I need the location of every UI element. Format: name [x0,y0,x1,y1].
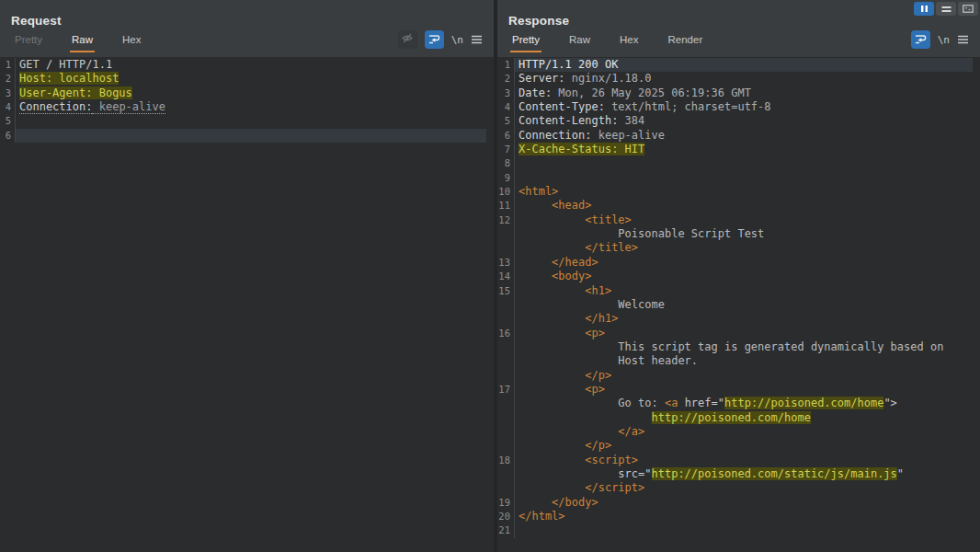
line-number: 2 [497,72,515,86]
response-tab-row: PrettyRawHexRender \n [497,30,980,52]
line-number [497,354,515,368]
line-number: 17 [497,383,515,397]
request-editor[interactable]: 1GET / HTTP/1.12Host: localhost3User-Age… [0,57,494,552]
code-text [515,171,973,185]
newline-indicator[interactable]: \n [938,34,950,46]
tab-hex[interactable]: Hex [120,34,142,52]
code-text: Poisonable Script Test [515,227,973,241]
code-line[interactable]: Host header. [497,354,973,368]
code-line[interactable]: 11 <head> [497,199,973,213]
response-title: Response [497,0,980,28]
code-line[interactable]: 13 </head> [497,256,973,270]
code-text: </p> [515,439,973,453]
code-line[interactable]: Welcome [497,298,973,312]
code-text: src="http://poisoned.com/static/js/main.… [515,467,973,481]
line-number: 10 [497,185,515,199]
pause-button[interactable] [914,2,934,16]
code-line[interactable]: This script tag is generated dynamically… [497,340,973,354]
request-header: Request PrettyRawHex [0,0,494,57]
tab-render[interactable]: Render [667,34,705,52]
code-line[interactable]: </h1> [497,312,973,326]
code-line[interactable]: src="http://poisoned.com/static/js/main.… [497,467,973,481]
code-line[interactable]: </script> [497,481,973,495]
line-number: 6 [497,129,515,143]
tab-pretty[interactable]: Pretty [13,34,44,52]
code-line[interactable]: 8 [497,156,973,170]
code-line[interactable]: 2Server: nginx/1.18.0 [497,72,973,86]
code-line[interactable]: 5 [0,114,486,128]
code-line[interactable]: Poisonable Script Test [497,227,973,241]
rows-icon [941,2,952,16]
code-line[interactable]: 4Content-Type: text/html; charset=utf-8 [497,100,973,114]
window-controls [914,2,978,16]
hidden-characters-toggle[interactable] [398,30,417,49]
line-number [497,369,515,383]
code-text: <title> [515,213,973,227]
code-line[interactable]: 10<html> [497,185,973,199]
code-line[interactable]: 3User-Agent: Bogus [0,86,486,100]
code-line[interactable]: </title> [497,241,973,255]
code-line[interactable]: 9 [497,171,973,185]
response-editor[interactable]: 1HTTP/1.1 200 OK2Server: nginx/1.18.03Da… [497,57,980,552]
tab-pretty[interactable]: Pretty [510,34,541,52]
split-layout-button[interactable] [936,2,956,16]
line-number: 13 [497,256,515,270]
code-line[interactable]: 3Date: Mon, 26 May 2025 06:19:36 GMT [497,86,973,100]
code-line[interactable]: </p> [497,439,973,453]
code-line[interactable]: 6Connection: keep-alive [497,129,973,143]
line-number [497,241,515,255]
code-line[interactable]: </a> [497,425,973,439]
line-number: 14 [497,270,515,283]
line-number [497,481,515,495]
request-tabs: PrettyRawHex [13,30,143,52]
line-number [497,467,515,481]
code-line[interactable]: 6 [0,129,486,143]
code-line[interactable]: 7X-Cache-Status: HIT [497,143,973,156]
code-line[interactable]: 4Connection: keep-alive [0,100,486,114]
code-line[interactable]: 15 <h1> [497,284,973,298]
line-number: 21 [497,523,515,537]
response-editor-menu-button[interactable] [957,33,969,47]
code-line[interactable]: 19 </body> [497,496,973,510]
line-number [497,227,515,241]
code-text: </p> [515,369,973,383]
line-number [497,411,515,425]
tab-hex[interactable]: Hex [618,34,640,52]
code-text: HTTP/1.1 200 OK [515,58,973,72]
code-text: Host header. [515,354,973,368]
code-text [16,114,486,128]
code-line[interactable]: 21 [497,523,973,537]
soft-wrap-toggle[interactable] [425,30,444,49]
code-line[interactable]: http://poisoned.com/home [497,411,973,425]
line-number: 5 [0,114,16,128]
code-line[interactable]: 16 <p> [497,327,973,340]
code-line[interactable]: 12 <title> [497,213,973,227]
code-line[interactable]: </p> [497,369,973,383]
line-number: 6 [0,129,16,143]
newline-indicator[interactable]: \n [451,34,463,46]
line-number: 1 [497,58,515,72]
code-text [16,129,486,143]
code-line[interactable]: 1GET / HTTP/1.1 [0,58,486,72]
soft-wrap-toggle[interactable] [911,30,930,49]
code-line[interactable]: 17 <p> [497,383,973,397]
code-line[interactable]: 1HTTP/1.1 200 OK [497,58,973,72]
request-editor-menu-button[interactable] [471,33,483,47]
window-icon [963,2,974,16]
code-text: Content-Type: text/html; charset=utf-8 [515,100,973,114]
code-line[interactable]: Go to: <a href="http://poisoned.com/home… [497,397,973,410]
float-window-button[interactable] [958,2,978,16]
code-line[interactable]: 18 <script> [497,454,973,467]
pause-icon [920,2,929,16]
code-line[interactable]: 14 <body> [497,270,973,283]
code-line[interactable]: 20</html> [497,510,973,523]
request-tab-row: PrettyRawHex [0,30,494,52]
response-header: Response PrettyRawHexRender [497,0,980,57]
code-text: Server: nginx/1.18.0 [515,72,973,86]
code-text: This script tag is generated dynamically… [515,340,973,354]
code-line[interactable]: 2Host: localhost [0,72,486,86]
tab-raw[interactable]: Raw [70,34,95,52]
code-line[interactable]: 5Content-Length: 384 [497,114,973,128]
tab-raw[interactable]: Raw [567,34,592,52]
request-panel: Request PrettyRawHex [0,0,494,552]
